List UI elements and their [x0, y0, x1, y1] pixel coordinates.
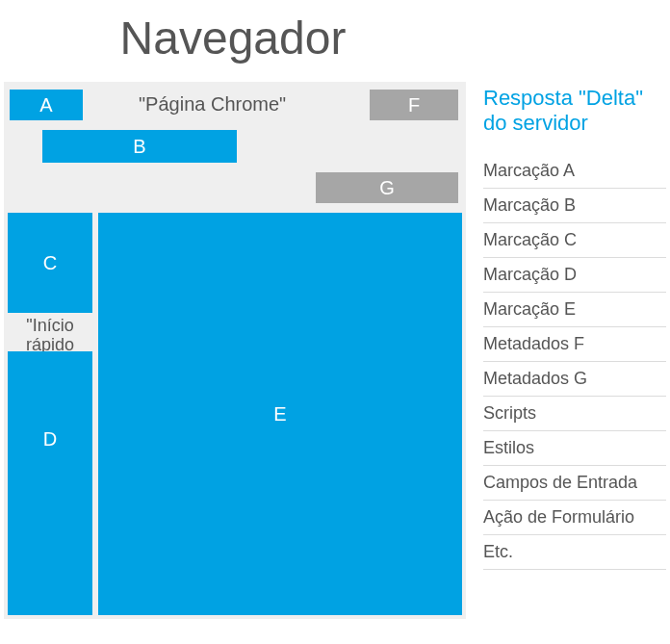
sidebar-title: Resposta "Delta" do servidor — [483, 86, 666, 137]
box-b: B — [42, 130, 237, 163]
list-item: Scripts — [483, 397, 666, 431]
diagram-layout: "Página Chrome" A F B G C "Conteúdo Prin… — [0, 82, 670, 619]
box-f: F — [370, 90, 458, 120]
browser-panel: "Página Chrome" A F B G C "Conteúdo Prin… — [4, 82, 466, 619]
list-item: Marcação A — [483, 154, 666, 189]
server-delta-sidebar: Resposta "Delta" do servidor Marcação A … — [483, 82, 666, 619]
list-item: Estilos — [483, 431, 666, 466]
list-item: Marcação E — [483, 293, 666, 327]
list-item: Marcação D — [483, 258, 666, 293]
box-d: D — [8, 351, 92, 615]
chrome-label: "Página Chrome" — [139, 93, 286, 116]
list-item: Etc. — [483, 535, 666, 570]
list-item: Metadados G — [483, 362, 666, 397]
list-item: Metadados F — [483, 327, 666, 362]
diagram-title: Navegador — [0, 12, 466, 64]
list-item: Marcação C — [483, 223, 666, 258]
list-item: Marcação B — [483, 189, 666, 223]
box-c: C — [8, 213, 92, 313]
list-item: Ação de Formulário — [483, 501, 666, 535]
list-item: Campos de Entrada — [483, 466, 666, 501]
box-g: G — [316, 172, 458, 203]
box-a: A — [10, 90, 83, 120]
box-e: E — [98, 213, 462, 615]
quick-start-label: "Início rápido — [8, 317, 92, 355]
